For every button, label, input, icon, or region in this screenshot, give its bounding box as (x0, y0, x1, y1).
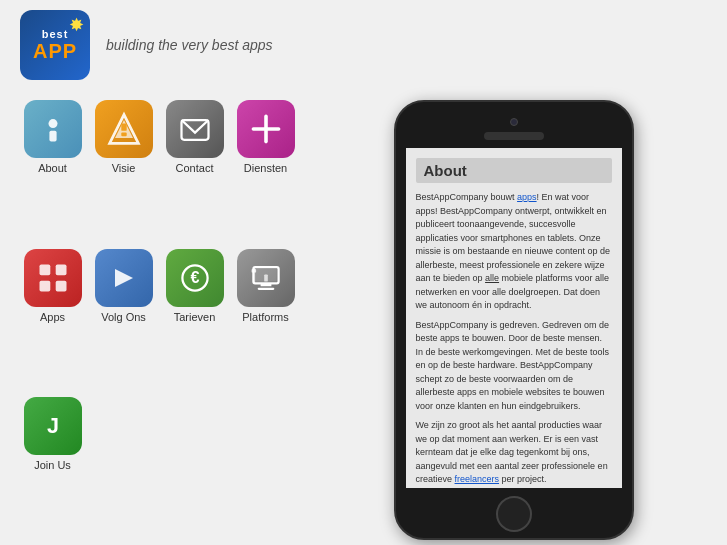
icon-label-about: About (38, 162, 67, 174)
svg-rect-20 (253, 267, 255, 283)
icon-label-diensten: Diensten (244, 162, 287, 174)
para3-post: per project. (499, 474, 547, 484)
svg-rect-10 (55, 264, 66, 275)
screen-content: About BestAppCompany bouwt apps! En wat … (406, 148, 622, 488)
logo-star: ✸ (69, 14, 84, 36)
icon-item-contact[interactable]: Contact (162, 100, 227, 243)
header-tagline: building the very best apps (106, 37, 273, 53)
phone-screen: About BestAppCompany bouwt apps! En wat … (406, 148, 622, 488)
svg-text:J: J (46, 414, 58, 439)
screen-paragraph-3: We zijn zo groot als het aantal producti… (416, 419, 612, 487)
screen-text: BestAppCompany bouwt apps! En wat voor a… (416, 191, 612, 487)
icon-box-contact (166, 100, 224, 158)
icon-box-tarieven: € (166, 249, 224, 307)
logo[interactable]: ✸ best APP (20, 10, 90, 80)
icon-box-visie (95, 100, 153, 158)
icon-label-volgons: Volg Ons (101, 311, 146, 323)
icon-label-visie: Visie (112, 162, 136, 174)
icon-item-apps[interactable]: Apps (20, 249, 85, 392)
logo-text-best: best (42, 28, 69, 40)
phone-speaker (484, 132, 544, 140)
para1-link2: alle (485, 273, 499, 283)
screen-paragraph-1: BestAppCompany bouwt apps! En wat voor a… (416, 191, 612, 313)
para1-post: ! En wat voor apps! BestAppCompany ontwe… (416, 192, 611, 283)
header: ✸ best APP building the very best apps (0, 0, 727, 90)
svg-rect-11 (39, 280, 50, 291)
svg-text:€: € (190, 268, 199, 286)
icon-item-joinus[interactable]: JJoin Us (20, 397, 85, 540)
svg-rect-1 (49, 131, 56, 142)
main-content: AboutVisieContactDienstenAppsVolg Ons€Ta… (0, 90, 727, 545)
phone-mockup: About BestAppCompany bouwt apps! En wat … (394, 100, 634, 540)
icon-box-platforms (237, 249, 295, 307)
icon-item-about[interactable]: About (20, 100, 85, 243)
screen-title: About (416, 158, 612, 183)
icon-item-platforms[interactable]: Platforms (233, 249, 298, 392)
svg-point-0 (48, 119, 57, 128)
icon-box-about (24, 100, 82, 158)
phone-wrapper: About BestAppCompany bouwt apps! En wat … (320, 100, 707, 540)
icon-item-visie[interactable]: Visie (91, 100, 156, 243)
svg-marker-13 (115, 269, 133, 287)
para1-link[interactable]: apps (517, 192, 537, 202)
icon-box-volgons (95, 249, 153, 307)
phone-camera (510, 118, 518, 126)
svg-rect-21 (264, 274, 268, 281)
icon-box-joinus: J (24, 397, 82, 455)
icon-label-joinus: Join Us (34, 459, 71, 471)
para3-link[interactable]: freelancers (455, 474, 500, 484)
icon-box-apps (24, 249, 82, 307)
icon-box-diensten (237, 100, 295, 158)
svg-rect-12 (55, 280, 66, 291)
svg-rect-9 (39, 264, 50, 275)
icon-item-diensten[interactable]: Diensten (233, 100, 298, 243)
icon-label-apps: Apps (40, 311, 65, 323)
icon-grid: AboutVisieContactDienstenAppsVolg Ons€Ta… (20, 100, 320, 540)
screen-paragraph-2: BestAppCompany is gedreven. Gedreven om … (416, 319, 612, 414)
logo-text-app: APP (33, 40, 77, 63)
icon-label-platforms: Platforms (242, 311, 288, 323)
para1-pre: BestAppCompany bouwt (416, 192, 518, 202)
icon-label-tarieven: Tarieven (174, 311, 216, 323)
icon-label-contact: Contact (176, 162, 214, 174)
icon-item-tarieven[interactable]: €Tarieven (162, 249, 227, 392)
svg-rect-4 (121, 124, 126, 131)
icon-item-volgons[interactable]: Volg Ons (91, 249, 156, 392)
svg-rect-5 (121, 133, 126, 137)
phone-home-button[interactable] (496, 496, 532, 532)
